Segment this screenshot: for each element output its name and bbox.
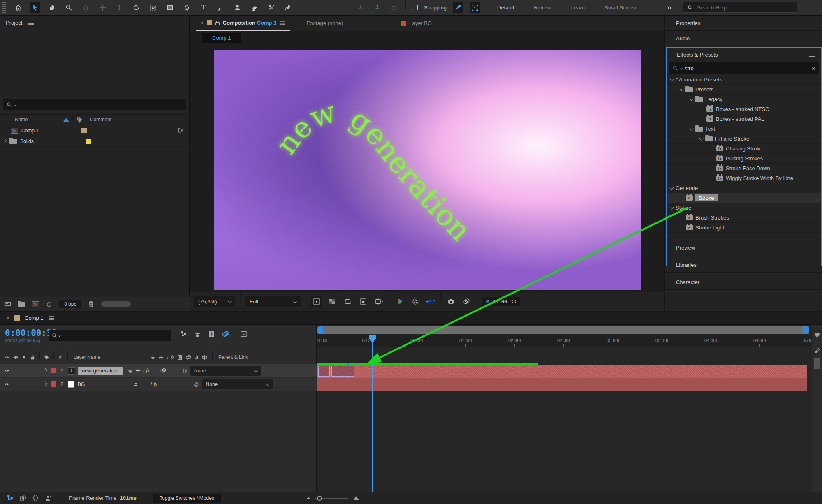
type-tool-icon[interactable]: T — [198, 2, 209, 13]
toolbar-drag-handle[interactable] — [2, 2, 6, 13]
tree-preset-stroke-ease-down[interactable]: fxStroke Ease Down — [667, 164, 821, 173]
tree-effect-stroke[interactable]: 8Stroke — [667, 193, 821, 203]
timeline-search-box[interactable] — [49, 330, 171, 341]
roto-brush-tool-icon[interactable] — [266, 2, 276, 13]
zoom-tool-icon[interactable] — [63, 2, 74, 13]
tree-preset-chasing-stroke[interactable]: fxChasing Stroke — [667, 144, 821, 154]
tree-text-folder[interactable]: Text — [667, 124, 821, 134]
mini-flowchart-icon[interactable] — [177, 127, 184, 134]
panel-audio[interactable]: Audio — [665, 31, 822, 46]
pan-camera-tool-icon[interactable] — [97, 2, 108, 13]
transparency-grid-icon[interactable] — [326, 296, 337, 307]
panel-properties[interactable]: Properties — [665, 16, 822, 31]
composition-mini-flowchart-icon[interactable] — [180, 331, 187, 338]
graph-editor-icon[interactable] — [240, 331, 247, 338]
layer-label-swatch[interactable] — [51, 381, 56, 387]
clone-stamp-tool-icon[interactable] — [232, 2, 243, 13]
work-area-bar[interactable] — [317, 326, 809, 334]
composition-nesting-icon[interactable] — [7, 495, 14, 502]
panel-menu-icon[interactable] — [809, 53, 815, 57]
sort-ascending-icon[interactable] — [63, 118, 69, 122]
label-color-column-icon[interactable] — [76, 116, 83, 123]
panel-preview[interactable]: Preview — [665, 240, 822, 255]
rotation-tool-icon[interactable] — [131, 2, 141, 13]
comp-marker-icon[interactable] — [814, 331, 821, 338]
home-icon[interactable] — [13, 2, 23, 13]
label-column-icon[interactable] — [44, 355, 49, 360]
expand-collapse-icon[interactable] — [32, 495, 39, 502]
resolution-dropdown[interactable]: Full — [245, 296, 301, 307]
new-composition-icon[interactable] — [32, 301, 39, 307]
frame-blending-footer-icon[interactable] — [19, 495, 26, 502]
panel-menu-icon[interactable] — [49, 316, 54, 320]
viewer-subtab-comp1[interactable]: Comp 1 — [202, 33, 241, 43]
layer-in-handle[interactable] — [318, 366, 330, 377]
layer-label-swatch[interactable] — [51, 368, 56, 373]
layer-bar-2[interactable] — [317, 378, 807, 391]
render-engine-icon[interactable] — [46, 301, 53, 307]
work-area-start-handle[interactable] — [317, 326, 323, 334]
adjustment-column-icon[interactable] — [194, 355, 199, 360]
eye-icon[interactable] — [4, 381, 9, 387]
expand-layer-icon[interactable] — [44, 381, 48, 386]
camera-tool-icon[interactable] — [148, 2, 158, 13]
effects-search-input[interactable] — [685, 65, 800, 72]
motion-blur-column-icon[interactable] — [185, 355, 191, 360]
panel-menu-icon[interactable] — [280, 21, 285, 25]
project-settings-icon[interactable] — [4, 301, 11, 307]
snapping-checkbox[interactable] — [412, 5, 418, 10]
workspace-default[interactable]: Default — [497, 5, 514, 11]
snap-along-edges-icon[interactable] — [453, 2, 463, 13]
workspace-small-screen[interactable]: Small Screen — [604, 5, 636, 11]
trash-icon[interactable] — [88, 301, 95, 307]
tree-effect-brush-strokes[interactable]: 8Brush Strokes — [667, 213, 821, 223]
tab-footage[interactable]: Footage (none) — [306, 20, 343, 26]
tree-effect-strobe-light[interactable]: 8Strobe Light — [667, 223, 821, 233]
workspace-review[interactable]: Review — [534, 5, 551, 11]
fast-preview-icon[interactable] — [311, 296, 322, 307]
panel-libraries[interactable]: Libraries — [665, 257, 822, 273]
workspace-learn[interactable]: Learn — [571, 5, 585, 11]
collapse-column-icon[interactable] — [158, 355, 164, 360]
parent-dropdown[interactable]: None — [202, 379, 273, 389]
close-icon[interactable]: × — [7, 315, 9, 321]
project-row-solids[interactable]: Solids — [0, 136, 190, 147]
label-swatch-yellow[interactable] — [86, 139, 91, 144]
new-folder-icon[interactable] — [18, 302, 25, 307]
tree-preset-boxes-pal[interactable]: fxBoxes - stroked PAL — [667, 114, 821, 124]
project-footer-scrollbar[interactable] — [101, 301, 131, 307]
audio-column-icon[interactable] — [13, 355, 18, 360]
expand-layer-icon[interactable] — [44, 368, 48, 372]
tab-composition[interactable]: × Composition Comp 1 — [196, 16, 290, 31]
label-swatch-tan[interactable] — [81, 128, 87, 133]
pick-whip-icon[interactable]: @ — [182, 368, 187, 374]
project-search-box[interactable] — [3, 99, 186, 110]
tree-preset-boxes-ntsc[interactable]: fxBoxes - stroked NTSC — [667, 104, 821, 114]
timeline-zoom-slider[interactable] — [315, 498, 348, 499]
effects-search-box[interactable]: × — [669, 62, 819, 74]
layer-row-2[interactable]: 2 BG / fx @ None — [0, 378, 317, 391]
eye-icon[interactable] — [4, 368, 9, 373]
threed-column-icon[interactable] — [202, 355, 207, 360]
frame-blend-column-icon[interactable] — [177, 355, 183, 360]
shy-toggle-icon[interactable] — [133, 381, 139, 387]
composition-canvas[interactable]: new generation — [214, 50, 641, 290]
layer-row-1[interactable]: 1 T new generation / fx @ None — [0, 364, 317, 377]
rectangle-tool-icon[interactable] — [164, 2, 175, 13]
zoom-slider-knob[interactable] — [317, 496, 322, 501]
close-icon[interactable]: × — [200, 20, 204, 26]
hand-tool-icon[interactable] — [46, 2, 57, 13]
project-row-comp1[interactable]: Comp 1 — [0, 125, 190, 136]
lock-column-icon[interactable] — [30, 355, 35, 360]
motion-blur-icon[interactable] — [222, 331, 229, 338]
magnification-dropdown[interactable]: (75,6%) — [194, 296, 235, 307]
shy-column-icon[interactable] — [150, 355, 155, 360]
column-comment[interactable]: Comment — [90, 117, 111, 123]
effect-duration-box[interactable] — [331, 366, 354, 377]
shy-toggle-icon[interactable] — [127, 368, 133, 373]
tree-stylize-category[interactable]: Stylize — [667, 203, 821, 213]
orbit-camera-tool-icon[interactable] — [80, 2, 91, 13]
hide-shy-layers-icon[interactable] — [45, 495, 52, 502]
tree-preset-wiggly-stroke[interactable]: fxWiggly Stroke Width By Line — [667, 173, 821, 183]
pick-whip-icon[interactable]: @ — [194, 381, 199, 387]
